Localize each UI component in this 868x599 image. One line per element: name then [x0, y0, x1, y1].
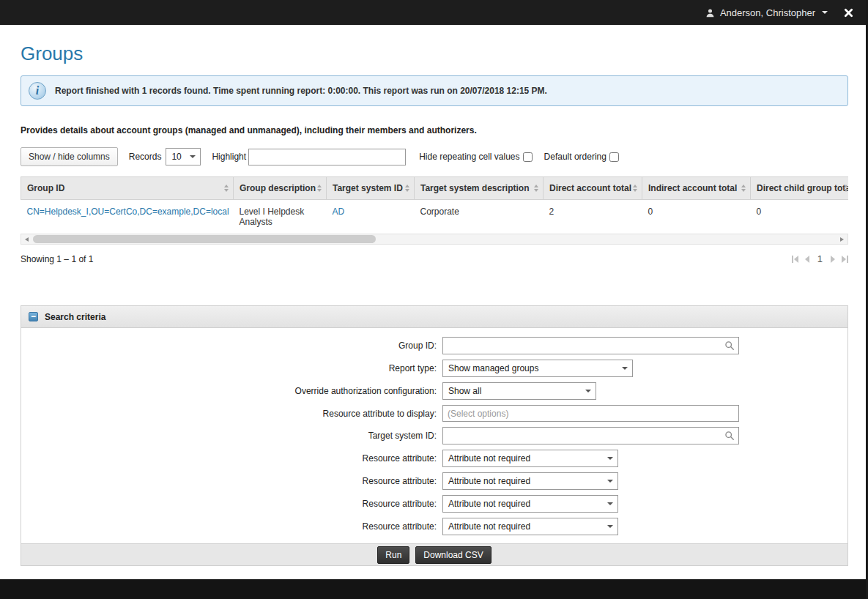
user-menu[interactable]: Anderson, Christopher — [705, 7, 828, 18]
chevron-down-icon — [607, 502, 613, 505]
target-system-id-input-wrap — [442, 427, 739, 444]
resource-attribute-select-1[interactable]: Attribute not required — [442, 450, 618, 467]
scroll-left-icon[interactable] — [21, 234, 32, 244]
resource-attribute-select-1-value: Attribute not required — [448, 453, 530, 464]
column-header-group-description[interactable]: Group description — [234, 177, 327, 200]
download-csv-button[interactable]: Download CSV — [415, 546, 491, 564]
chevron-down-icon — [607, 457, 613, 460]
resource-attribute-label-2: Resource attribute: — [21, 476, 442, 486]
report-type-select-value: Show managed groups — [448, 363, 538, 373]
group-id-input[interactable] — [442, 337, 739, 354]
resource-attribute-display-label: Resource attribute to display: — [21, 409, 442, 419]
current-page[interactable]: 1 — [816, 253, 824, 264]
report-description: Provides details about account groups (m… — [21, 125, 847, 135]
column-header-target-system-description[interactable]: Target system description — [415, 177, 544, 200]
sort-icon[interactable] — [224, 185, 229, 192]
chevron-down-icon — [622, 367, 628, 370]
report-type-select[interactable]: Show managed groups — [442, 360, 633, 377]
chevron-down-icon — [607, 525, 613, 528]
highlight-label: Highlight — [212, 152, 246, 162]
resource-attribute-select-4-value: Attribute not required — [448, 521, 530, 532]
sort-icon[interactable] — [405, 185, 409, 192]
default-ordering-checkbox[interactable] — [609, 152, 619, 162]
scroll-right-icon[interactable] — [837, 234, 847, 244]
sort-icon[interactable] — [317, 185, 322, 192]
info-banner: i Report finished with 1 records found. … — [21, 75, 848, 106]
report-type-label: Report type: — [21, 363, 442, 373]
group-id-label: Group ID: — [21, 341, 442, 351]
main-content: Groups i Report finished with 1 records … — [0, 42, 868, 566]
resource-attribute-select-2-value: Attribute not required — [448, 476, 530, 486]
chevron-down-icon — [190, 155, 196, 158]
show-hide-columns-button[interactable]: Show / hide columns — [21, 147, 118, 166]
cell-indirect-account-total: 0 — [642, 200, 751, 234]
pagination-controls: 1 — [792, 253, 848, 264]
cell-group-description: Level I Helpdesk Analysts — [234, 200, 327, 234]
default-ordering-label: Default ordering — [544, 152, 607, 162]
previous-page-icon[interactable] — [805, 256, 809, 263]
override-authorization-select-value: Show all — [448, 386, 481, 396]
banner-text: Report finished with 1 records found. Ti… — [55, 86, 547, 96]
showing-text: Showing 1 – 1 of 1 — [21, 254, 93, 264]
highlight-input[interactable] — [248, 149, 406, 165]
scrollbar-thumb[interactable] — [33, 235, 376, 243]
target-system-id-input[interactable] — [442, 427, 739, 444]
chevron-down-icon — [822, 11, 828, 14]
records-select[interactable]: 10 — [166, 148, 201, 165]
column-header-group-id[interactable]: Group ID — [21, 177, 234, 200]
sort-icon[interactable] — [741, 185, 746, 192]
topbar: Anderson, Christopher — [0, 0, 868, 25]
override-authorization-select[interactable]: Show all — [442, 382, 596, 400]
sort-icon[interactable] — [633, 185, 637, 192]
resource-attribute-select-4[interactable]: Attribute not required — [442, 518, 618, 535]
resource-attribute-select-3[interactable]: Attribute not required — [442, 495, 618, 513]
search-icon[interactable] — [724, 431, 735, 444]
first-page-icon[interactable] — [792, 256, 798, 263]
search-criteria-body: Group ID: Report type: Show managed grou… — [21, 328, 847, 543]
chevron-down-icon — [607, 480, 613, 483]
records-select-value: 10 — [171, 152, 181, 162]
cell-target-system-description: Corporate — [415, 200, 544, 234]
table-row: CN=Helpdesk_I,OU=CertCo,DC=example,DC=lo… — [21, 200, 849, 234]
user-icon — [705, 8, 715, 18]
last-page-icon[interactable] — [842, 256, 848, 263]
page-title: Groups — [21, 42, 847, 65]
search-criteria-header[interactable]: − Search criteria — [21, 306, 847, 328]
next-page-icon[interactable] — [831, 256, 835, 263]
bottom-bar — [0, 579, 868, 599]
resource-attribute-select-2[interactable]: Attribute not required — [442, 472, 618, 490]
search-criteria-panel: − Search criteria Group ID: Report type: — [21, 305, 848, 566]
chevron-down-icon — [585, 390, 591, 392]
sort-icon[interactable] — [844, 185, 848, 192]
user-name: Anderson, Christopher — [720, 7, 815, 18]
hide-repeating-label: Hide repeating cell values — [419, 152, 519, 162]
cell-direct-child-group-total: 0 — [751, 200, 849, 234]
run-button[interactable]: Run — [377, 546, 409, 564]
hide-repeating-checkbox[interactable] — [523, 152, 533, 162]
search-icon[interactable] — [724, 341, 735, 354]
column-header-target-system-id[interactable]: Target system ID — [327, 177, 415, 200]
table-toolbar: Show / hide columns Records 10 Highlight… — [21, 147, 847, 166]
resource-attribute-select-3-value: Attribute not required — [448, 499, 530, 509]
sort-icon[interactable] — [534, 185, 538, 192]
horizontal-scrollbar[interactable] — [21, 234, 848, 245]
close-button[interactable] — [842, 7, 855, 19]
table-header-row: Group ID Group description Target system… — [21, 177, 849, 200]
cell-direct-account-total: 2 — [544, 200, 642, 234]
column-header-direct-account-total[interactable]: Direct account total — [544, 177, 642, 200]
target-system-id-label: Target system ID: — [21, 431, 442, 441]
group-id-input-wrap — [442, 337, 739, 354]
column-header-direct-child-group-total[interactable]: Direct child group total — [751, 177, 849, 200]
close-icon — [844, 8, 853, 18]
resource-attribute-display-input[interactable] — [442, 405, 739, 422]
search-criteria-title: Search criteria — [45, 312, 105, 322]
results-table: Group ID Group description Target system… — [21, 176, 848, 234]
column-header-indirect-account-total[interactable]: Indirect account total — [642, 177, 751, 200]
group-id-link[interactable]: CN=Helpdesk_I,OU=CertCo,DC=example,DC=lo… — [27, 207, 229, 217]
resource-attribute-label-4: Resource attribute: — [21, 521, 442, 532]
application-window: Anderson, Christopher Groups i Report fi… — [0, 0, 868, 599]
target-system-id-link[interactable]: AD — [333, 207, 345, 217]
collapse-icon[interactable]: − — [29, 312, 38, 321]
override-authorization-label: Override authorization configuration: — [21, 386, 442, 396]
records-label: Records — [129, 152, 162, 162]
